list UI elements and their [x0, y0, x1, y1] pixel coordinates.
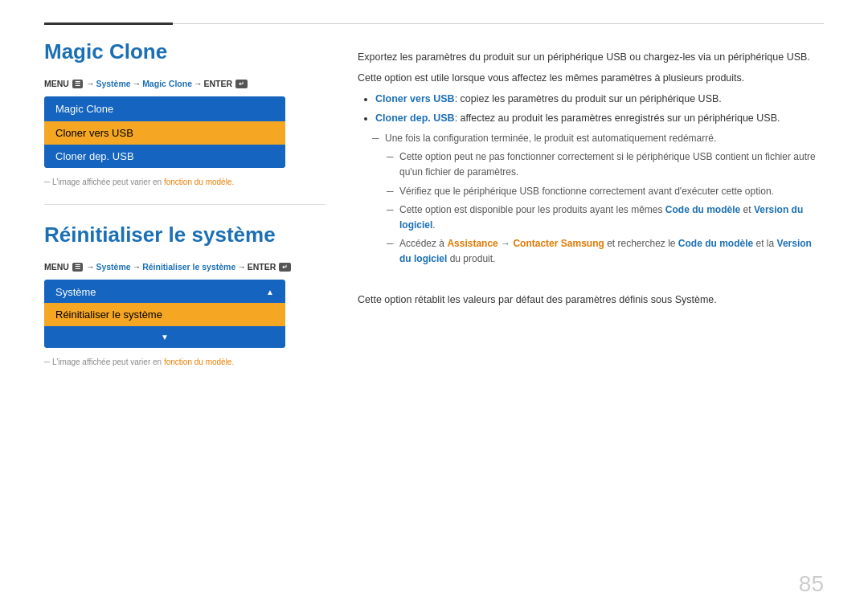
note5-mid: et recherchez le	[604, 238, 678, 249]
note4-pre: Cette option est disponible pour les pro…	[399, 204, 665, 215]
arrow5: →	[133, 262, 141, 272]
arrow1: →	[86, 79, 95, 88]
list-item-1: Cloner vers USB: copiez les paramètres d…	[375, 91, 824, 107]
section1-image-note: L'image affichée peut varier en fonction…	[44, 178, 326, 186]
list-text-2: : affectez au produit les paramètres enr…	[455, 112, 780, 124]
arrow6: →	[237, 262, 246, 272]
arrow3: →	[194, 79, 203, 88]
list-bold-2: Cloner dep. USB	[375, 112, 455, 124]
note5-contacter: Contacter Samsung	[513, 238, 604, 249]
section2-right-desc: Cette option rétablit les valeurs par dé…	[358, 292, 824, 308]
magic-clone-ui-box: Magic Clone Cloner vers USB Cloner dep. …	[44, 96, 285, 168]
clone-label: Magic Clone	[142, 79, 192, 88]
ui-box-cloner-dep-usb[interactable]: Cloner dep. USB	[44, 145, 285, 168]
right-desc2: Cette option est utile lorsque vous affe…	[358, 70, 824, 86]
indent-note-2: Vérifiez que le périphérique USB fonctio…	[387, 184, 824, 199]
left-column: Magic Clone MENU ☰ → Système → Magic Clo…	[44, 25, 350, 613]
section2-image-note: L'image affichée peut varier en fonction…	[44, 358, 326, 366]
ui-box-header: Magic Clone	[44, 96, 285, 121]
note4-end: .	[432, 219, 435, 231]
note5-code: Code du modèle	[678, 238, 753, 249]
system-label: Système	[96, 79, 130, 88]
systeme-footer: ▼	[44, 326, 285, 348]
section1-menu-path: MENU ☰ → Système → Magic Clone → ENTER ↵	[44, 79, 326, 88]
menu-label: MENU	[44, 79, 69, 88]
ui-box-cloner-vers-usb[interactable]: Cloner vers USB	[44, 121, 285, 145]
note5-mid2: et la	[753, 238, 776, 249]
note4-mid: et	[740, 204, 754, 215]
list-text-1: : copiez les paramètres du produit sur u…	[455, 93, 722, 104]
menu-label2: MENU	[44, 262, 69, 272]
enter-icon: ↵	[235, 80, 248, 88]
main-content: Magic Clone MENU ☰ → Système → Magic Clo…	[0, 25, 868, 613]
right-desc-list: Cloner vers USB: copiez les paramètres d…	[366, 91, 824, 126]
list-bold-1: Cloner vers USB	[375, 93, 455, 104]
systeme-header: Système ▲	[44, 280, 285, 303]
section1-title: Magic Clone	[44, 39, 326, 64]
section-magic-clone: Magic Clone MENU ☰ → Système → Magic Clo…	[44, 39, 326, 186]
system-label2: Système	[96, 262, 130, 272]
chevron-down-icon: ▼	[161, 333, 169, 341]
sub-note-1: Une fois la configuration terminée, le p…	[372, 131, 824, 146]
indent-note-4: Accédez à Assistance → Contacter Samsung…	[387, 236, 824, 267]
section2-menu-path: MENU ☰ → Système → Réinitialiser le syst…	[44, 262, 326, 272]
page-number: 85	[799, 571, 824, 597]
enter-label2: ENTER	[248, 262, 276, 272]
menu-icon2: ☰	[72, 263, 83, 272]
enter-icon2: ↵	[279, 263, 291, 272]
arrow4: →	[86, 262, 95, 272]
indent-note-3: Cette option est disponible pour les pro…	[387, 202, 824, 233]
section-reinit: Réinitialiser le système MENU ☰ → Systèm…	[44, 223, 326, 366]
enter-label: ENTER	[203, 79, 232, 88]
note5-assistance: Assistance	[447, 238, 497, 249]
arrow2: →	[133, 79, 141, 88]
menu-icon: ☰	[72, 80, 83, 88]
systeme-header-label: Système	[55, 286, 96, 298]
indent-note-1: Cette option peut ne pas fonctionner cor…	[387, 149, 824, 180]
note4-code-modele: Code du modèle	[665, 204, 740, 215]
chevron-up-icon: ▲	[266, 288, 274, 296]
note5-pre: Accédez à	[399, 238, 447, 249]
section2-title: Réinitialiser le système	[44, 223, 326, 247]
note5-end: du produit.	[447, 253, 495, 264]
systeme-ui-box: Système ▲ Réinitialiser le système ▼	[44, 280, 285, 348]
ui-box-reinit[interactable]: Réinitialiser le système	[44, 303, 285, 326]
right-desc1: Exportez les paramètres du produit sur u…	[358, 49, 824, 65]
page-container: Magic Clone MENU ☰ → Système → Magic Clo…	[0, 0, 868, 613]
reinit-label: Réinitialiser le système	[142, 262, 235, 272]
top-rule-light	[173, 23, 824, 24]
note5-arrow: →	[501, 238, 510, 249]
list-item-2: Cloner dep. USB: affectez au produit les…	[375, 110, 824, 126]
section-divider	[44, 204, 326, 205]
right-column: Exportez les paramètres du produit sur u…	[350, 25, 824, 613]
